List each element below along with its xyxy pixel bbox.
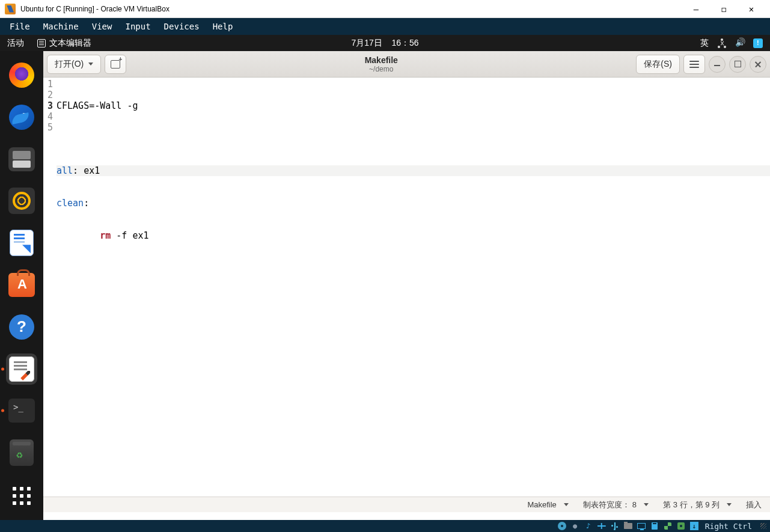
menu-help[interactable]: Help — [207, 20, 239, 32]
chevron-down-icon — [727, 503, 732, 506]
gnome-topbar: 活动 文本编辑器 7月17日 16：56 英 — [0, 35, 770, 51]
menu-file[interactable]: File — [4, 20, 36, 32]
cursor-position: 第 3 行，第 9 列 — [663, 500, 732, 510]
gedit-statusbar: Makefile 制表符宽度： 8 第 3 行，第 9 列 插入 — [43, 497, 770, 512]
virtualbox-window-title: Ubuntu for C [Running] - Oracle VM Virtu… — [20, 5, 170, 13]
save-button[interactable]: 保存(S) — [636, 55, 680, 74]
line-number: 1 — [43, 79, 54, 90]
editor-area[interactable]: 1 2 3 4 5 CFLAGS=-Wall -g all: ex1 clean… — [43, 78, 770, 497]
line-number: 5 — [43, 122, 54, 133]
help-icon: ? — [9, 314, 34, 340]
vb-network-icon[interactable] — [597, 521, 607, 531]
maximize-icon — [735, 61, 741, 67]
line-number: 3 — [43, 100, 54, 111]
firefox-icon — [9, 63, 34, 88]
vb-display-icon[interactable] — [637, 521, 646, 531]
dock-terminal[interactable] — [6, 396, 37, 427]
dock-show-applications[interactable] — [6, 480, 37, 512]
vb-harddisk-icon[interactable] — [557, 521, 567, 531]
dock-rhythmbox[interactable] — [6, 185, 37, 216]
running-indicator-icon — [1, 409, 4, 412]
dock-ubuntu-software[interactable] — [6, 269, 37, 301]
new-document-icon — [111, 60, 120, 69]
window-minimize-button[interactable] — [709, 56, 726, 73]
dock-firefox[interactable] — [6, 60, 37, 91]
syntax-mode-selector[interactable]: Makefile — [527, 500, 568, 509]
hamburger-menu-button[interactable] — [683, 55, 705, 74]
rhythmbox-icon — [8, 188, 35, 214]
window-close-button[interactable] — [750, 56, 766, 73]
vb-usb-icon[interactable] — [610, 521, 620, 531]
insert-mode-indicator[interactable]: 插入 — [746, 500, 762, 510]
dock-text-editor[interactable] — [6, 353, 37, 385]
input-method-indicator[interactable]: 英 — [700, 38, 709, 49]
clock-date: 7月17日 — [351, 38, 382, 47]
tab-width-value: 8 — [632, 500, 637, 509]
cursor-position-label: 第 3 行，第 9 列 — [663, 500, 720, 510]
vb-host-key-indicator-icon[interactable] — [689, 521, 699, 531]
clock-button[interactable]: 7月17日 16：56 — [351, 38, 418, 49]
save-button-label: 保存(S) — [644, 59, 672, 70]
code-line: rm -f ex1 — [57, 230, 770, 241]
terminal-icon — [8, 399, 35, 423]
new-tab-button[interactable] — [105, 55, 126, 74]
minimize-icon — [714, 63, 720, 66]
dock-help[interactable]: ? — [6, 311, 37, 343]
host-minimize-button[interactable]: — — [682, 0, 710, 18]
menu-view[interactable]: View — [86, 20, 118, 32]
hamburger-icon — [689, 61, 699, 68]
open-button-label: 打开(O) — [55, 59, 84, 70]
chevron-down-icon — [644, 503, 649, 506]
dock-thunderbird[interactable] — [6, 102, 37, 133]
code-line: all: ex1 — [57, 165, 770, 176]
code-content[interactable]: CFLAGS=-Wall -g all: ex1 clean: rm -f ex… — [54, 78, 770, 497]
gedit-title-area: Makefile ~/demo — [130, 55, 632, 73]
dock-libreoffice-writer[interactable] — [6, 227, 37, 258]
chevron-down-icon — [88, 63, 93, 66]
vb-shared-folders-icon[interactable] — [623, 521, 633, 531]
line-number: 4 — [43, 111, 54, 122]
window-maximize-button[interactable] — [729, 56, 746, 73]
syntax-mode-label: Makefile — [527, 500, 556, 509]
tab-width-selector[interactable]: 制表符宽度： 8 — [583, 500, 649, 510]
vb-clipboard-icon[interactable] — [650, 521, 659, 531]
insert-mode-label: 插入 — [746, 500, 762, 510]
menu-machine[interactable]: Machine — [37, 20, 85, 32]
host-close-button[interactable]: ✕ — [738, 0, 765, 18]
network-icon[interactable] — [717, 38, 727, 48]
open-button[interactable]: 打开(O) — [47, 55, 101, 74]
show-applications-icon — [13, 487, 31, 505]
files-icon — [8, 147, 35, 171]
text-editor-window: 打开(O) Makefile ~/demo 保存(S) 1 2 — [43, 51, 770, 512]
vb-audio-icon[interactable] — [584, 521, 593, 531]
trash-icon — [10, 439, 34, 466]
chevron-down-icon — [564, 503, 569, 506]
vb-optical-icon[interactable] — [570, 521, 580, 531]
power-notification-icon[interactable] — [753, 38, 763, 48]
document-path: ~/demo — [130, 65, 632, 73]
virtualbox-statusbar: Right Ctrl — [0, 520, 770, 532]
code-line: clean: — [57, 198, 770, 209]
line-number: 2 — [43, 90, 54, 100]
menu-input[interactable]: Input — [119, 20, 156, 32]
dock-files[interactable] — [6, 144, 37, 175]
resize-grip-icon[interactable] — [760, 523, 766, 529]
vb-recording-icon[interactable] — [676, 521, 686, 531]
guest-display: 活动 文本编辑器 7月17日 16：56 英 ? — [0, 35, 770, 520]
tab-width-label: 制表符宽度： — [583, 500, 630, 510]
vb-host-key-label: Right Ctrl — [703, 522, 754, 531]
libreoffice-writer-icon — [10, 230, 34, 256]
volume-icon[interactable] — [735, 38, 745, 48]
thunderbird-icon — [9, 105, 34, 130]
active-app-name: 文本编辑器 — [49, 38, 91, 49]
active-app-indicator[interactable]: 文本编辑器 — [31, 38, 97, 49]
host-maximize-button[interactable]: ◻ — [710, 0, 738, 18]
code-line: CFLAGS=-Wall -g — [57, 100, 770, 111]
system-tray[interactable]: 英 — [700, 38, 770, 49]
activities-button[interactable]: 活动 — [0, 38, 31, 49]
ubuntu-software-icon — [8, 273, 35, 297]
vb-drag-drop-icon[interactable] — [663, 521, 673, 531]
menu-devices[interactable]: Devices — [158, 20, 206, 32]
virtualbox-logo-icon — [5, 4, 16, 14]
dock-trash[interactable] — [6, 437, 37, 468]
